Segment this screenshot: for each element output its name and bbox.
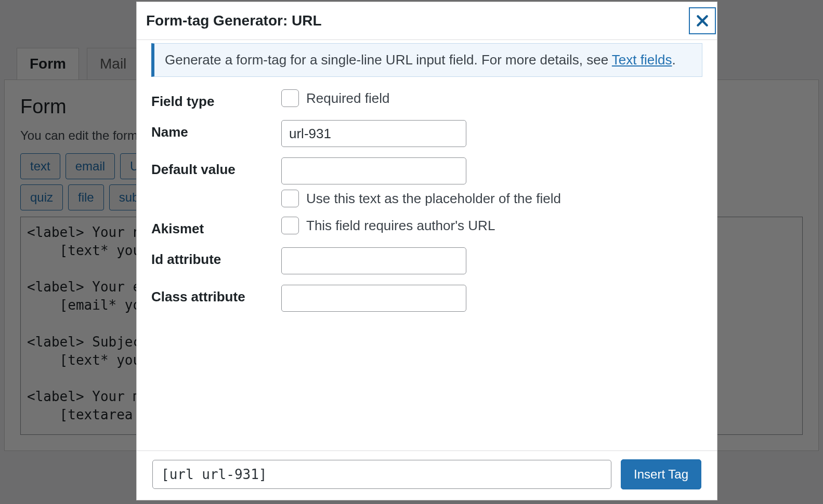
class-attr-input[interactable]	[281, 285, 466, 312]
label-class-attr: Class attribute	[151, 285, 281, 305]
row-akismet: Akismet This field requires author's URL	[151, 217, 702, 237]
dialog-body: Generate a form-tag for a single-line UR…	[137, 40, 717, 450]
label-name: Name	[151, 120, 281, 140]
info-text-suffix: .	[672, 52, 675, 68]
tag-output[interactable]	[152, 460, 611, 489]
placeholder-checkbox-label: Use this text as the placeholder of the …	[306, 191, 561, 207]
row-default-value: Default value Use this text as the place…	[151, 157, 702, 207]
info-box: Generate a form-tag for a single-line UR…	[151, 43, 702, 77]
akismet-checkbox[interactable]	[281, 217, 299, 234]
info-link[interactable]: Text fields	[612, 52, 672, 68]
info-text-prefix: Generate a form-tag for a single-line UR…	[165, 52, 612, 68]
placeholder-checkbox-row[interactable]: Use this text as the placeholder of the …	[281, 190, 702, 207]
required-checkbox[interactable]	[281, 89, 299, 107]
akismet-checkbox-label: This field requires author's URL	[306, 218, 495, 234]
form-tag-generator-dialog: Form-tag Generator: URL Generate a form-…	[136, 2, 717, 500]
label-default-value: Default value	[151, 157, 281, 178]
label-id-attr: Id attribute	[151, 247, 281, 268]
default-value-input[interactable]	[281, 157, 466, 184]
row-name: Name	[151, 120, 702, 147]
dialog-title: Form-tag Generator: URL	[146, 12, 322, 29]
label-akismet: Akismet	[151, 217, 281, 237]
id-attr-input[interactable]	[281, 247, 466, 274]
placeholder-checkbox[interactable]	[281, 190, 299, 207]
name-input[interactable]	[281, 120, 466, 147]
row-class-attr: Class attribute	[151, 285, 702, 312]
insert-tag-button[interactable]: Insert Tag	[621, 459, 701, 489]
dialog-footer: Insert Tag	[137, 450, 717, 500]
row-id-attr: Id attribute	[151, 247, 702, 274]
close-icon	[696, 14, 709, 28]
dialog-header: Form-tag Generator: URL	[137, 2, 717, 40]
required-checkbox-label: Required field	[306, 90, 389, 107]
row-field-type: Field type Required field	[151, 89, 702, 110]
required-checkbox-row[interactable]: Required field	[281, 89, 702, 107]
close-button[interactable]	[689, 7, 716, 34]
label-field-type: Field type	[151, 89, 281, 110]
akismet-checkbox-row[interactable]: This field requires author's URL	[281, 217, 702, 234]
